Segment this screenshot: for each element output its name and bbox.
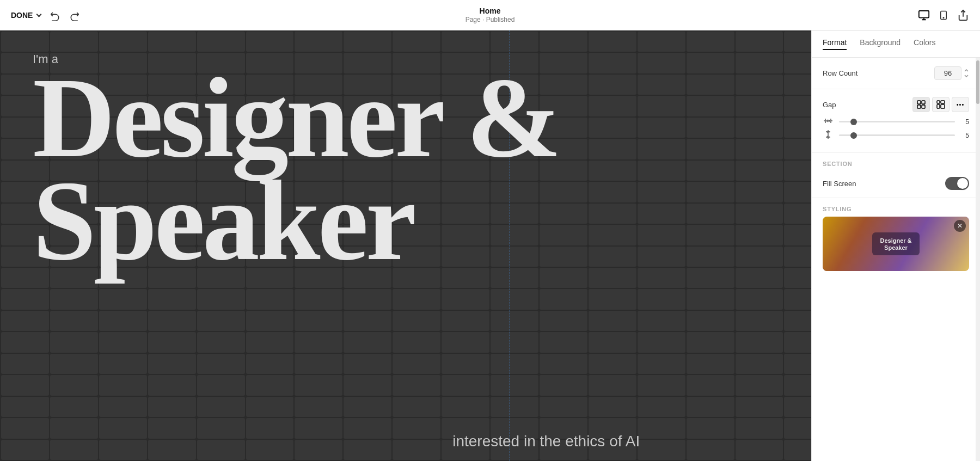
gap-icons: ••• bbox=[912, 97, 969, 112]
svg-rect-5 bbox=[922, 101, 925, 104]
topbar-right bbox=[918, 9, 969, 21]
h-gap-thumb[interactable] bbox=[850, 119, 857, 125]
row-count-value[interactable]: 96 bbox=[934, 66, 961, 80]
gap-grid-large-button[interactable] bbox=[932, 97, 950, 112]
grid-small-icon bbox=[917, 100, 926, 109]
svg-point-2 bbox=[943, 17, 944, 18]
svg-rect-11 bbox=[941, 105, 945, 108]
page-subtitle: Page · Published bbox=[465, 16, 515, 23]
svg-rect-6 bbox=[917, 105, 921, 108]
topbar: DONE Home Page · Published bbox=[0, 0, 980, 30]
canvas-area: I'm a Designer & Speaker interested in t… bbox=[0, 30, 980, 461]
svg-rect-4 bbox=[917, 101, 921, 104]
v-gap-track[interactable] bbox=[839, 134, 955, 136]
v-gap-slider-row: 5 bbox=[823, 130, 969, 140]
chevron-down-icon bbox=[964, 75, 969, 77]
right-panel: Format Background Colors Row Count 96 bbox=[811, 30, 980, 461]
undo-icon bbox=[50, 10, 60, 21]
bottom-tagline: interested in the ethics of AI bbox=[452, 433, 640, 450]
share-icon bbox=[957, 9, 969, 21]
row-count-down[interactable] bbox=[964, 74, 969, 78]
v-gap-icon bbox=[823, 130, 834, 140]
svg-rect-8 bbox=[937, 101, 940, 103]
v-gap-thumb[interactable] bbox=[850, 132, 857, 139]
v-gap-value: 5 bbox=[960, 132, 969, 139]
h-gap-value: 5 bbox=[960, 118, 969, 126]
gap-label: Gap bbox=[823, 101, 836, 109]
redo-icon bbox=[69, 10, 80, 21]
row-count-row: Row Count 96 bbox=[823, 66, 969, 80]
grid-large-icon bbox=[936, 100, 945, 109]
thumbnail-text-line2: Speaker bbox=[880, 244, 911, 251]
styling-thumbnail[interactable]: Designer & Speaker ✕ bbox=[823, 217, 969, 271]
undo-button[interactable] bbox=[50, 10, 60, 21]
fill-screen-toggle[interactable] bbox=[945, 177, 969, 190]
panel-tabs: Format Background Colors bbox=[812, 30, 980, 58]
desktop-icon bbox=[918, 9, 930, 21]
tab-format[interactable]: Format bbox=[823, 38, 847, 50]
chevron-up-icon bbox=[964, 69, 969, 72]
redo-button[interactable] bbox=[69, 10, 80, 21]
gap-row: Gap ••• bbox=[823, 97, 969, 112]
h-gap-track[interactable] bbox=[839, 121, 955, 122]
row-count-label: Row Count bbox=[823, 69, 857, 77]
toggle-knob bbox=[957, 178, 968, 189]
topbar-center: Home Page · Published bbox=[465, 7, 515, 23]
panel-scrollbar-thumb bbox=[976, 60, 979, 104]
desktop-view-button[interactable] bbox=[918, 9, 930, 21]
svg-rect-7 bbox=[922, 105, 925, 108]
svg-rect-0 bbox=[919, 10, 929, 17]
row-count-section: Row Count 96 bbox=[812, 58, 980, 89]
tab-colors[interactable]: Colors bbox=[914, 38, 935, 50]
section-heading: SECTION bbox=[812, 153, 980, 171]
mobile-icon bbox=[939, 9, 948, 21]
topbar-left: DONE bbox=[11, 10, 80, 21]
fill-screen-label: Fill Screen bbox=[823, 180, 856, 188]
share-button[interactable] bbox=[957, 9, 969, 21]
close-thumbnail-button[interactable]: ✕ bbox=[954, 220, 966, 232]
svg-rect-9 bbox=[941, 101, 945, 103]
h-gap-icon bbox=[823, 118, 834, 126]
h-gap-slider-row: 5 bbox=[823, 118, 969, 126]
chevron-down-icon bbox=[36, 12, 42, 17]
styling-heading: STYLING bbox=[812, 198, 980, 217]
row-count-up[interactable] bbox=[964, 69, 969, 73]
fill-screen-row: Fill Screen bbox=[812, 171, 980, 198]
page-title: Home bbox=[465, 7, 515, 16]
gap-more-button[interactable]: ••• bbox=[952, 97, 969, 112]
panel-scrollbar[interactable] bbox=[976, 58, 980, 461]
gap-section: Gap ••• bbox=[812, 89, 980, 153]
svg-rect-10 bbox=[937, 105, 940, 108]
thumbnail-text-line1: Designer & bbox=[880, 237, 911, 244]
tab-background[interactable]: Background bbox=[860, 38, 901, 50]
mobile-view-button[interactable] bbox=[939, 9, 948, 21]
done-label: DONE bbox=[11, 11, 33, 20]
panel-scroll[interactable]: Row Count 96 bbox=[812, 58, 980, 461]
done-button[interactable]: DONE bbox=[11, 11, 41, 20]
gap-grid-small-button[interactable] bbox=[912, 97, 930, 112]
